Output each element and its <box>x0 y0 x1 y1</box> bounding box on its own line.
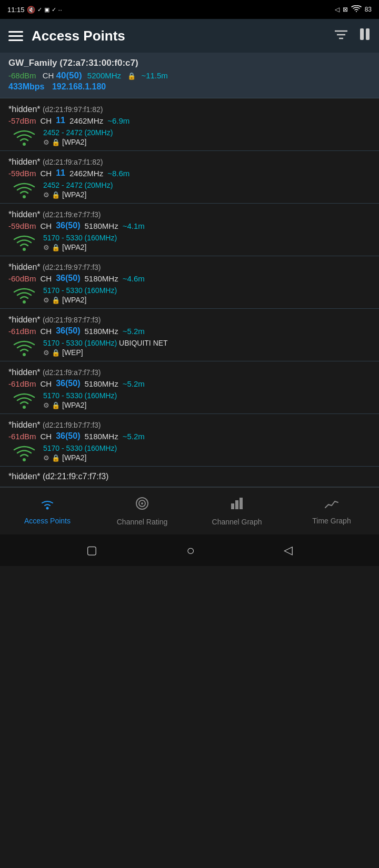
ap-freq: 5180MHz <box>84 221 118 230</box>
ap-ch-label: CH <box>41 379 52 388</box>
ap-name: *hidden* (d2:21:f9:e7:f7:f3) <box>8 210 371 219</box>
nav-item-channel-graph[interactable]: Channel Graph <box>190 492 284 530</box>
ap-ch-num: 11 <box>56 168 65 178</box>
ap-dist: ~5.2m <box>123 327 145 336</box>
ap-ch-num: 36(50) <box>56 379 80 388</box>
nav-item-channel-rating[interactable]: Channel Rating <box>95 492 190 530</box>
ap-freq-range: 5170 - 5330 (160MHz) <box>43 444 117 452</box>
ap-freq-range: 2452 - 2472 (20MHz) <box>43 181 113 189</box>
ap-detail-text: 5170 - 5330 (160MHz) ⚙ 🔒 [WPA2] <box>43 444 117 462</box>
security-label: [WPA2] <box>62 401 86 409</box>
ap-detail-row: 5170 - 5330 (160MHz)UBIQUITI NET ⚙ 🔒 [WE… <box>8 339 371 357</box>
menu-button[interactable] <box>8 31 23 41</box>
svg-point-12 <box>46 507 49 510</box>
ap-freq-range: 2452 - 2472 (20MHz) <box>43 128 113 137</box>
ap-detail-text: 5170 - 5330 (160MHz) ⚙ 🔒 [WPA2] <box>43 391 117 409</box>
connected-ap-ip: 192.168.1.180 <box>52 82 106 91</box>
ap-security: ⚙ 🔒 [WPA2] <box>43 296 117 304</box>
settings-icon: ⚙ <box>43 401 49 409</box>
security-label: [WEP] <box>62 348 83 357</box>
ap-dbm: -61dBm <box>8 379 36 388</box>
settings-icon: ⚙ <box>43 296 49 304</box>
ap-name: *hidden* (d2:21:f9:97:f1:82) <box>8 105 371 114</box>
location-icon: ◁ <box>335 6 340 13</box>
home-button[interactable]: ○ <box>186 542 195 559</box>
back-button[interactable]: ◁ <box>284 543 293 557</box>
nav-label-channel-rating: Channel Rating <box>117 518 168 526</box>
ap-signal-row: -61dBm CH 36(50) 5180MHz ~5.2m <box>8 431 371 441</box>
settings-icon: ⚙ <box>43 454 49 462</box>
ap-security: ⚙ 🔒 [WPA2] <box>43 401 117 409</box>
ap-list-item[interactable]: *hidden* (d2:21:f9:a7:f7:f3) -61dBm CH 3… <box>0 361 379 414</box>
ap-list-item[interactable]: *hidden* (d0:21:f9:87:f7:f3) -61dBm CH 3… <box>0 309 379 361</box>
ap-ch-num: 36(50) <box>56 431 80 441</box>
lock-small-icon: 🔒 <box>52 138 60 146</box>
check2-icon: ✓ <box>52 6 56 13</box>
nav-item-access-points[interactable]: Access Points <box>0 493 95 529</box>
svg-point-6 <box>23 195 26 198</box>
sim-icon: ⊠ <box>343 6 348 13</box>
ap-ch-label: CH <box>41 327 52 336</box>
ap-signal-row: -60dBm CH 36(50) 5180MHz ~4.6m <box>8 274 371 283</box>
ap-ch-label: CH <box>41 116 52 125</box>
wifi-icon <box>11 391 38 409</box>
ap-list-item[interactable]: *hidden* (d2:21:f9:a7:f1:82) -59dBm CH 1… <box>0 151 379 204</box>
ap-freq: 2462MHz <box>69 169 103 178</box>
wifi-icon <box>11 234 38 251</box>
ap-ch-label: CH <box>41 221 52 230</box>
connected-ap-banner: GW_Family (72:a7:31:00:f0:c7) -68dBm CH … <box>0 53 379 98</box>
svg-rect-18 <box>240 498 243 509</box>
ap-detail-row: 2452 - 2472 (20MHz) ⚙ 🔒 [WPA2] <box>8 181 371 199</box>
connected-ap-mac: (72:a7:31:00:f0:c7) <box>59 58 138 68</box>
ap-name: *hidden* (d0:21:f9:87:f7:f3) <box>8 315 371 325</box>
svg-point-15 <box>141 502 143 504</box>
ap-dbm: -57dBm <box>8 116 36 125</box>
ap-detail-text: 2452 - 2472 (20MHz) ⚙ 🔒 [WPA2] <box>43 181 113 199</box>
pause-button[interactable] <box>359 27 371 45</box>
ap-dbm: -61dBm <box>8 432 36 441</box>
recent-apps-button[interactable]: ▢ <box>86 543 97 557</box>
svg-point-7 <box>23 248 26 251</box>
ap-list-item[interactable]: *hidden* (d2:21:f9:e7:f7:f3) -59dBm CH 3… <box>0 204 379 256</box>
ap-dist: ~6.9m <box>107 116 129 125</box>
ap-dbm: -60dBm <box>8 274 36 283</box>
ap-freq: 5180MHz <box>84 432 118 441</box>
ap-freq: 5180MHz <box>84 327 118 336</box>
connected-ap-name: GW_Family <box>8 58 57 68</box>
ap-detail-text: 5170 - 5330 (160MHz) ⚙ 🔒 [WPA2] <box>43 234 117 251</box>
ap-security: ⚙ 🔒 [WPA2] <box>43 453 117 462</box>
ap-detail-text: 5170 - 5330 (160MHz)UBIQUITI NET ⚙ 🔒 [WE… <box>43 339 168 357</box>
ap-freq: 5180MHz <box>84 274 118 283</box>
settings-icon: ⚙ <box>43 191 49 199</box>
ap-dist: ~4.6m <box>123 274 145 283</box>
ap-name: *hidden* (d2:21:f9:a7:f1:82) <box>8 157 371 167</box>
svg-point-10 <box>23 406 26 409</box>
check-icon: ✓ <box>37 6 42 13</box>
svg-point-8 <box>23 300 26 304</box>
ap-list-item[interactable]: *hidden* (d2:21:f9:97:f1:82) -57dBm CH 1… <box>0 98 379 151</box>
status-left: 11:15 🔇 ✓ ▣ ✓ ·· <box>7 6 62 14</box>
ap-list-item[interactable]: *hidden* (d2:21:f9:b7:f7:f3) -61dBm CH 3… <box>0 414 379 467</box>
nav-item-time-graph[interactable]: Time Graph <box>284 493 379 529</box>
security-label: [WPA2] <box>62 453 86 462</box>
filter-icon[interactable] <box>334 28 348 44</box>
ap-detail-text: 2452 - 2472 (20MHz) ⚙ 🔒 [WPA2] <box>43 128 113 146</box>
nav-icon-channel-rating <box>135 496 149 514</box>
ap-security: ⚙ 🔒 [WPA2] <box>43 190 113 199</box>
ap-signal-row: -59dBm CH 36(50) 5180MHz ~4.1m <box>8 221 371 230</box>
connected-ap-dbm: -68dBm <box>8 71 36 80</box>
system-nav: ▢ ○ ◁ <box>0 534 379 566</box>
ap-security: ⚙ 🔒 [WEP] <box>43 348 168 357</box>
mute-icon: 🔇 <box>27 6 35 14</box>
connected-ap-speed: 433Mbps <box>8 82 44 91</box>
settings-icon: ⚙ <box>43 244 49 251</box>
lock-icon: 🔒 <box>127 72 136 80</box>
truncated-ap-item[interactable]: *hidden* (d2:21:f9:c7:f7:f3) <box>0 467 379 487</box>
ap-detail-row: 5170 - 5330 (160MHz) ⚙ 🔒 [WPA2] <box>8 286 371 304</box>
ap-ch-num: 36(50) <box>56 326 80 336</box>
ap-list-item[interactable]: *hidden* (d2:21:f9:97:f7:f3) -60dBm CH 3… <box>0 256 379 309</box>
ap-name: *hidden* (d2:21:f9:b7:f7:f3) <box>8 420 371 430</box>
ap-detail-text: 5170 - 5330 (160MHz) ⚙ 🔒 [WPA2] <box>43 286 117 304</box>
time-display: 11:15 <box>7 6 25 14</box>
ap-dbm: -59dBm <box>8 221 36 230</box>
